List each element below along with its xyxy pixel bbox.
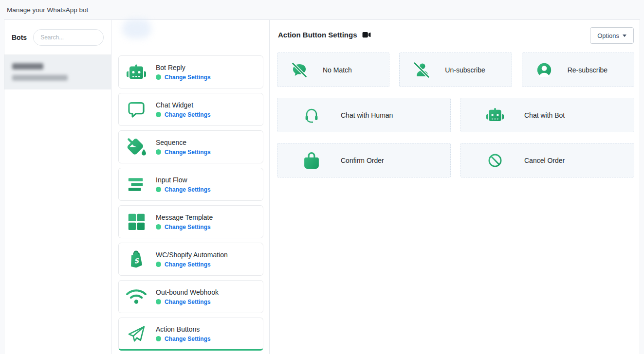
action-buttons-grid: No Match Un-subscribe Re-subscribe Chat …	[277, 53, 634, 188]
change-settings-link[interactable]: Change Settings	[165, 224, 211, 230]
ban-icon	[487, 152, 503, 169]
settings-card-title: Chat Widget	[156, 101, 211, 109]
settings-card-title: WC/Shopify Automation	[156, 251, 228, 259]
robot-icon	[127, 64, 146, 80]
sidebar-header: Bots	[4, 20, 111, 55]
action-button-label: Cancel Order	[524, 157, 565, 164]
settings-card-title: Input Flow	[156, 176, 211, 184]
robot-icon	[486, 107, 504, 123]
status-dot	[156, 187, 161, 192]
settings-card-wc-shopify-automation[interactable]: S WC/Shopify Automation Change Settings	[118, 243, 263, 276]
action-button-un-subscribe[interactable]: Un-subscribe	[399, 53, 512, 87]
shopping-bag-icon	[304, 152, 319, 169]
action-button-label: Confirm Order	[341, 157, 384, 164]
page-title: Manage your WhatsApp bot	[7, 6, 88, 14]
paper-plane-icon	[127, 324, 146, 343]
action-button-chat-with-bot[interactable]: Chat with Bot	[460, 98, 634, 132]
action-button-row: No Match Un-subscribe Re-subscribe	[277, 53, 634, 87]
comment-slash-icon	[291, 62, 308, 78]
status-dot	[156, 299, 161, 304]
chat-bubble-icon	[127, 100, 146, 119]
redacted-bot-phone	[12, 75, 68, 81]
settings-card-out-bound-webhook[interactable]: Out-bound Webhook Change Settings	[118, 280, 263, 313]
action-button-chat-with-human[interactable]: Chat with Human	[277, 98, 451, 132]
wifi-icon	[126, 288, 147, 305]
bots-heading: Bots	[12, 34, 27, 41]
bots-sidebar: Bots	[4, 20, 111, 354]
action-button-re-subscribe[interactable]: Re-subscribe	[522, 53, 634, 87]
change-settings-link[interactable]: Change Settings	[165, 299, 211, 305]
settings-column: Bot Reply Change Settings Chat Widget Ch…	[111, 20, 270, 354]
settings-card-chat-widget[interactable]: Chat Widget Change Settings	[118, 93, 263, 126]
status-dot	[156, 336, 161, 341]
action-panel: Action Button Settings Options No Match …	[270, 20, 640, 354]
status-dot	[156, 112, 161, 117]
bars-icon	[127, 177, 146, 192]
action-button-label: Un-subscribe	[445, 66, 485, 74]
redacted-bot-name	[12, 63, 43, 70]
settings-card-title: Sequence	[156, 139, 211, 146]
status-dot	[156, 224, 161, 230]
action-button-confirm-order[interactable]: Confirm Order	[277, 143, 451, 177]
action-button-row: Chat with Human Chat with Bot	[277, 98, 634, 132]
user-circle-icon	[536, 62, 552, 78]
status-dot	[156, 149, 161, 155]
settings-card-title: Out-bound Webhook	[156, 288, 219, 296]
fill-drip-icon	[127, 138, 146, 156]
options-button[interactable]: Options	[590, 27, 634, 44]
change-settings-link[interactable]: Change Settings	[165, 336, 211, 342]
main-panel: Bots Bot Reply Change Settings Chat Widg…	[4, 19, 640, 354]
search-input[interactable]	[33, 29, 104, 46]
status-dot	[156, 262, 161, 267]
headset-icon	[303, 107, 320, 124]
change-settings-link[interactable]: Change Settings	[165, 186, 211, 193]
video-camera-icon	[362, 31, 371, 38]
change-settings-link[interactable]: Change Settings	[165, 261, 211, 268]
action-panel-header: Action Button Settings	[278, 31, 371, 39]
redacted-avatar-blob	[122, 19, 151, 38]
action-button-label: Re-subscribe	[568, 66, 607, 74]
settings-card-bot-reply[interactable]: Bot Reply Change Settings	[118, 55, 263, 88]
grid-icon	[128, 213, 145, 230]
user-slash-icon	[413, 62, 430, 78]
shopify-icon: S	[127, 249, 146, 269]
settings-card-sequence[interactable]: Sequence Change Settings	[118, 130, 263, 163]
status-dot	[156, 74, 161, 80]
settings-card-title: Action Buttons	[156, 325, 211, 333]
options-button-label: Options	[597, 32, 619, 39]
video-camera-icon[interactable]	[362, 31, 371, 38]
settings-card-title: Message Template	[156, 213, 213, 221]
bot-list-item-selected[interactable]	[4, 55, 111, 89]
top-bar: Manage your WhatsApp bot	[0, 0, 644, 19]
action-panel-title: Action Button Settings	[278, 31, 357, 39]
action-button-label: Chat with Bot	[524, 111, 565, 119]
action-button-label: Chat with Human	[341, 111, 393, 119]
settings-card-title: Bot Reply	[156, 64, 211, 71]
settings-card-list: Bot Reply Change Settings Chat Widget Ch…	[118, 55, 263, 354]
settings-card-input-flow[interactable]: Input Flow Change Settings	[118, 168, 263, 201]
settings-card-action-buttons[interactable]: Action Buttons Change Settings	[118, 318, 263, 351]
action-button-cancel-order[interactable]: Cancel Order	[460, 143, 634, 177]
caret-down-icon	[623, 35, 626, 37]
settings-card-message-template[interactable]: Message Template Change Settings	[118, 205, 263, 238]
change-settings-link[interactable]: Change Settings	[165, 111, 211, 118]
change-settings-link[interactable]: Change Settings	[165, 149, 211, 156]
action-button-label: No Match	[323, 66, 352, 74]
change-settings-link[interactable]: Change Settings	[165, 74, 211, 81]
action-button-row: Confirm Order Cancel Order	[277, 143, 634, 177]
action-button-no-match[interactable]: No Match	[277, 53, 389, 87]
